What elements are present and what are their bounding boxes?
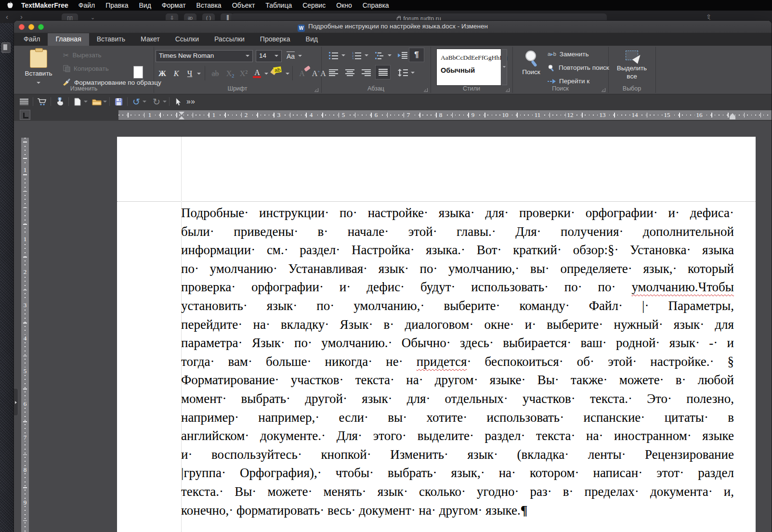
search-button[interactable]: Поиск (517, 50, 545, 76)
multilevel-list-button[interactable] (372, 49, 387, 62)
select-tool-button[interactable] (172, 96, 184, 107)
ruler-number: 6 (21, 400, 29, 407)
search-dialog-launcher-icon[interactable] (602, 88, 605, 92)
increase-indent-button[interactable] (395, 49, 410, 62)
copy-button[interactable]: Копировать (63, 65, 109, 72)
undo-button[interactable] (130, 96, 143, 107)
vertical-ruler[interactable]: 1123456789 (21, 138, 29, 532)
toolbar-overflow-button[interactable]: » (184, 96, 197, 107)
group-label-styles: Стили (431, 85, 512, 93)
menu-item-Окно[interactable]: Окно (331, 1, 357, 9)
bold-button[interactable]: Ж (156, 67, 169, 80)
menu-item-Сервис[interactable]: Сервис (297, 1, 331, 9)
repeat-search-button[interactable]: Повторить поиск (548, 64, 609, 71)
replace-button[interactable]: a▸b Заменить (548, 51, 589, 58)
apple-menu-icon[interactable] (7, 1, 13, 9)
line-spacing-caret[interactable] (411, 72, 415, 74)
save-button[interactable] (112, 96, 125, 107)
underline-button[interactable]: Ч (183, 67, 196, 80)
paragraph-dialog-launcher-icon[interactable] (424, 88, 428, 92)
redo-caret[interactable] (163, 101, 167, 103)
line-spacing-button[interactable] (395, 66, 410, 79)
replace-icon: a▸b (548, 51, 556, 57)
tab-Проверка[interactable]: Проверка (252, 33, 298, 46)
italic-button[interactable]: К (170, 67, 183, 80)
superscript-button[interactable]: X2 (237, 67, 250, 80)
undo-caret[interactable] (143, 101, 146, 103)
menu-item-Объект[interactable]: Объект (227, 1, 261, 9)
highlight-button[interactable]: ab (271, 67, 283, 78)
font-dialog-launcher-icon[interactable] (314, 88, 318, 92)
bullet-list-icon (329, 52, 338, 59)
strikethrough-button[interactable]: ab (209, 67, 222, 80)
tab-Макет[interactable]: Макет (133, 33, 168, 46)
open-document-button[interactable] (91, 96, 103, 107)
clear-formatting-button[interactable]: А (295, 67, 309, 80)
align-left-button[interactable] (326, 66, 340, 79)
quick-access-toolbar: » (14, 94, 772, 109)
show-paragraph-marks-toggle[interactable] (409, 48, 424, 62)
document-line: тогда· вам· больше· никогда· не· придетс… (181, 352, 734, 371)
redo-button[interactable] (150, 96, 163, 107)
window-title-bar[interactable]: WПодробные инструкции по настройке языка… (14, 21, 772, 33)
menu-item-Вид[interactable]: Вид (134, 1, 157, 9)
highlight-caret[interactable] (286, 73, 289, 75)
menu-item-Вставка[interactable]: Вставка (191, 1, 227, 9)
browser-back-icon[interactable]: ‹ (6, 13, 8, 21)
menu-item-Формат[interactable]: Формат (157, 1, 191, 9)
open-document-caret[interactable] (103, 101, 107, 103)
shop-button[interactable] (36, 96, 48, 107)
font-color-button[interactable]: А (251, 66, 263, 79)
tab-file[interactable]: Файл (14, 33, 48, 46)
multilevel-list-caret[interactable] (388, 54, 392, 56)
tab-Вставить[interactable]: Вставить (89, 33, 133, 46)
style-gallery[interactable]: AaBbCcDdEeFfGgHhIiJj Обычный (436, 49, 501, 86)
underline-caret[interactable] (197, 73, 201, 75)
tab-stop-selector[interactable] (20, 110, 30, 120)
change-case-button[interactable]: Aa (287, 52, 302, 60)
numbered-list-caret[interactable] (365, 54, 368, 56)
select-all-button[interactable]: Выделить все (613, 51, 651, 80)
tab-Вид[interactable]: Вид (298, 33, 326, 46)
numbered-list-button[interactable]: 123 (349, 49, 364, 62)
horizontal-ruler[interactable]: 112345678910111213141516 (118, 110, 772, 120)
font-size-combo[interactable]: 14 (256, 50, 282, 62)
align-right-button[interactable] (359, 66, 373, 79)
browser-forward-icon[interactable]: › (20, 13, 23, 21)
cut-button[interactable]: ✂ Вырезать (63, 52, 102, 59)
document-line: Подробные· инструкции· по· настройке· яз… (181, 204, 734, 222)
menu-item-Правка[interactable]: Правка (100, 1, 133, 9)
justify-button[interactable] (375, 65, 391, 79)
paste-button[interactable]: Вставить (23, 49, 54, 90)
ruler-number: 1 (211, 111, 217, 119)
touch-mode-button[interactable] (53, 96, 66, 107)
goto-button[interactable]: Перейти к (548, 78, 589, 85)
style-gallery-scrollbar[interactable] (501, 49, 507, 85)
menu-item-Таблица[interactable]: Таблица (260, 1, 297, 9)
tab-Рассылки[interactable]: Рассылки (207, 33, 252, 46)
menu-item-Справка[interactable]: Справка (357, 1, 394, 9)
subscript-button[interactable]: X2 (224, 67, 236, 80)
top-margin-guide (117, 201, 756, 202)
font-name-combo[interactable]: Times New Roman (156, 50, 253, 62)
document-text[interactable]: Подробные· инструкции· по· настройке· яз… (181, 204, 734, 519)
ruler-number: 1 (21, 235, 29, 243)
font-color-caret[interactable] (264, 73, 268, 75)
new-document-caret[interactable] (84, 101, 88, 103)
clipboard-icon (30, 50, 47, 68)
document-page[interactable]: Подробные· инструкции· по· настройке· яз… (117, 137, 756, 532)
styles-dialog-launcher-icon[interactable] (506, 88, 510, 92)
bullet-list-caret[interactable] (341, 54, 345, 56)
bullet-list-button[interactable] (326, 49, 340, 62)
tab-Ссылки[interactable]: Ссылки (168, 33, 207, 46)
align-center-button[interactable] (342, 66, 357, 79)
sidebar-toggle-button[interactable] (18, 96, 30, 107)
paste-dropdown-caret[interactable] (37, 82, 40, 84)
sidebar-expand-handle[interactable] (14, 388, 18, 416)
menu-app-name[interactable]: TextMakerFree (21, 1, 68, 9)
browser-share-icon[interactable]: ⇧̣ (706, 13, 711, 20)
new-document-button[interactable] (71, 96, 84, 107)
tab-Главная[interactable]: Главная (48, 33, 89, 46)
ruler-number: 3 (21, 301, 29, 309)
menu-item-Файл[interactable]: Файл (73, 1, 100, 9)
